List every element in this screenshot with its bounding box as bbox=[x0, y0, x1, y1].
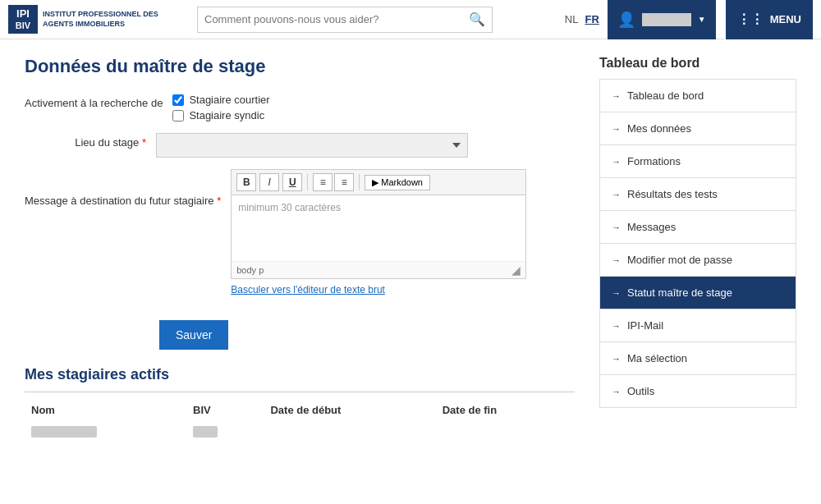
resize-handle[interactable]: ◢ bbox=[511, 263, 521, 277]
label-lieu: Lieu du stage bbox=[25, 133, 156, 150]
lang-fr-button[interactable]: FR bbox=[585, 13, 599, 25]
language-selector: NL FR bbox=[565, 13, 599, 25]
org-name: INSTITUT PROFESSIONNEL DES AGENTS IMMOBI… bbox=[43, 10, 158, 29]
editor-footer-text: body p bbox=[236, 265, 264, 275]
arrow-icon: → bbox=[612, 124, 621, 134]
search-icon: 🔍 bbox=[469, 11, 485, 27]
arrow-icon: → bbox=[612, 387, 621, 396]
arrow-icon: → bbox=[612, 255, 621, 265]
arrow-icon: → bbox=[612, 157, 621, 167]
editor-area[interactable]: minimum 30 caractères body p ◢ bbox=[231, 195, 526, 279]
header: IPI BIV INSTITUT PROFESSIONNEL DES AGENT… bbox=[0, 0, 821, 39]
bold-button[interactable]: B bbox=[236, 173, 256, 191]
ordered-list-button[interactable]: ≡ bbox=[313, 173, 333, 191]
sidebar-item-statut-maitre-de-stage[interactable]: → Statut maître de stage bbox=[600, 277, 796, 309]
col-date-fin: Date de fin bbox=[436, 401, 575, 423]
label-message: Message à destination du futur stagiaire bbox=[25, 169, 231, 208]
stagiaires-section: Mes stagiaires actifs Nom BIV Date de dé… bbox=[25, 366, 575, 443]
markdown-button[interactable]: ▶ Markdown bbox=[365, 175, 430, 190]
sidebar-item-messages[interactable]: → Messages bbox=[600, 211, 796, 244]
markdown-icon: ▶ bbox=[372, 177, 378, 188]
user-name-blur bbox=[642, 13, 691, 26]
logo-area: IPI BIV INSTITUT PROFESSIONNEL DES AGENT… bbox=[8, 5, 189, 34]
sidebar-item-tableau-de-bord[interactable]: → Tableau de bord bbox=[600, 80, 796, 112]
sidebar-item-label: Résultats des tests bbox=[627, 188, 718, 200]
left-content: Données du maître de stage Activement à … bbox=[25, 56, 575, 443]
logo-box: IPI BIV bbox=[8, 5, 38, 34]
stagiaires-title: Mes stagiaires actifs bbox=[25, 366, 575, 383]
sidebar-title: Tableau de bord bbox=[599, 56, 796, 71]
arrow-icon: → bbox=[612, 190, 621, 199]
sidebar-item-label: Tableau de bord bbox=[627, 89, 704, 102]
sidebar-item-outils[interactable]: → Outils bbox=[600, 375, 796, 407]
search-input[interactable] bbox=[204, 13, 464, 25]
checkbox-courtier-item: Stagiaire courtier bbox=[172, 94, 269, 106]
biv-blur bbox=[193, 426, 218, 438]
table-divider bbox=[25, 392, 575, 392]
arrow-icon: → bbox=[612, 321, 621, 331]
checkbox-syndic[interactable] bbox=[172, 110, 184, 121]
main-container: Données du maître de stage Activement à … bbox=[0, 39, 821, 460]
sidebar-item-label: IPI-Mail bbox=[627, 319, 663, 332]
sidebar-item-mes-donnees[interactable]: → Mes données bbox=[600, 112, 796, 145]
editor-wrapper: B I U ≡ ≡ ▶ Markdown bbox=[231, 169, 526, 296]
logo-ipi: IPI bbox=[16, 7, 30, 21]
arrow-icon: → bbox=[612, 222, 621, 232]
menu-button[interactable]: ⋮⋮ MENU bbox=[724, 0, 813, 39]
checkbox-group: Stagiaire courtier Stagiaire syndic bbox=[172, 94, 269, 121]
stagiaires-table: Nom BIV Date de début Date de fin bbox=[25, 401, 575, 443]
unordered-list-button[interactable]: ≡ bbox=[334, 173, 354, 191]
col-date-debut: Date de début bbox=[264, 401, 435, 423]
table-header-row: Nom BIV Date de début Date de fin bbox=[25, 401, 575, 423]
sidebar-item-modifier-mot-de-passe[interactable]: → Modifier mot de passe bbox=[600, 244, 796, 277]
checkbox-syndic-label: Stagiaire syndic bbox=[189, 109, 264, 121]
toolbar-separator-1 bbox=[307, 174, 308, 190]
sidebar-item-label: Outils bbox=[627, 385, 654, 397]
form-row-activement: Activement à la recherche de Stagiaire c… bbox=[25, 94, 575, 121]
sidebar-item-label: Formations bbox=[627, 155, 681, 167]
form-row-message: Message à destination du futur stagiaire… bbox=[25, 169, 575, 296]
list-buttons: ≡ ≡ bbox=[313, 173, 354, 191]
right-sidebar: Tableau de bord → Tableau de bord → Mes … bbox=[599, 56, 796, 443]
logo-biv: BIV bbox=[16, 21, 30, 31]
lang-nl-button[interactable]: NL bbox=[565, 13, 579, 25]
underline-button[interactable]: U bbox=[282, 173, 302, 191]
sidebar-item-resultats-tests[interactable]: → Résultats des tests bbox=[600, 178, 796, 211]
lieu-select[interactable] bbox=[156, 133, 468, 158]
editor-content[interactable]: minimum 30 caractères bbox=[232, 195, 525, 261]
italic-button[interactable]: I bbox=[259, 173, 279, 191]
search-area[interactable]: 🔍 bbox=[197, 7, 493, 33]
sidebar-item-label: Mes données bbox=[627, 122, 691, 135]
switch-editor-link[interactable]: Basculer vers l'éditeur de texte brut bbox=[231, 284, 385, 296]
grid-icon: ⋮⋮ bbox=[737, 11, 764, 27]
sidebar-item-label: Statut maître de stage bbox=[627, 286, 732, 299]
col-biv: BIV bbox=[186, 401, 264, 423]
table-row bbox=[25, 423, 575, 443]
arrow-icon: → bbox=[612, 354, 621, 364]
cell-date-debut bbox=[264, 423, 435, 443]
sidebar-item-label: Ma sélection bbox=[627, 352, 687, 364]
nom-blur bbox=[31, 426, 97, 438]
toolbar-separator-2 bbox=[359, 174, 360, 190]
user-icon: 👤 bbox=[617, 11, 635, 29]
sidebar-item-ipi-mail[interactable]: → IPI-Mail bbox=[600, 309, 796, 342]
arrow-icon: → bbox=[612, 91, 621, 101]
cell-date-fin bbox=[436, 423, 575, 443]
sidebar-item-formations[interactable]: → Formations bbox=[600, 145, 796, 178]
form-section: Activement à la recherche de Stagiaire c… bbox=[25, 94, 575, 296]
menu-label: MENU bbox=[770, 13, 801, 25]
editor-footer: body p ◢ bbox=[232, 261, 525, 278]
sidebar-nav: → Tableau de bord → Mes données → Format… bbox=[599, 79, 796, 408]
cell-biv bbox=[186, 423, 264, 443]
arrow-icon: → bbox=[612, 288, 621, 298]
page-title: Données du maître de stage bbox=[25, 56, 575, 77]
checkbox-syndic-item: Stagiaire syndic bbox=[172, 109, 269, 121]
sidebar-item-label: Messages bbox=[627, 221, 676, 233]
sidebar-item-ma-selection[interactable]: → Ma sélection bbox=[600, 342, 796, 375]
save-button[interactable]: Sauver bbox=[159, 320, 228, 350]
markdown-label: Markdown bbox=[381, 177, 423, 187]
user-menu[interactable]: 👤 ▼ bbox=[608, 0, 716, 39]
checkbox-courtier[interactable] bbox=[172, 94, 184, 106]
form-row-lieu: Lieu du stage bbox=[25, 133, 575, 158]
editor-placeholder: minimum 30 caractères bbox=[238, 202, 341, 213]
